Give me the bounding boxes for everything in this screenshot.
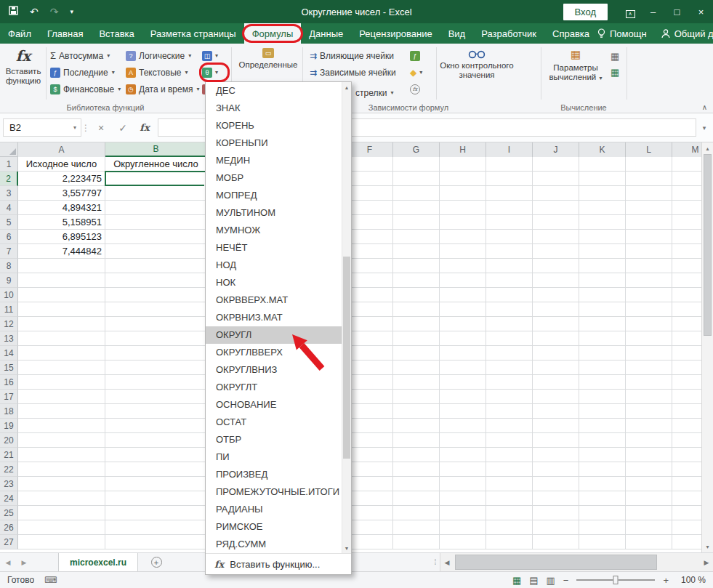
cell-M27[interactable] (672, 535, 701, 549)
cell-J19[interactable] (533, 419, 579, 433)
cell-I15[interactable] (486, 361, 533, 375)
cell-K19[interactable] (579, 419, 626, 433)
cell-K18[interactable] (579, 404, 626, 419)
menu-item-НОД[interactable]: НОД (206, 257, 342, 274)
menu-item-ПРОИЗВЕД[interactable]: ПРОИЗВЕД (206, 466, 342, 483)
cell-B18[interactable] (105, 404, 207, 419)
cell-A14[interactable] (18, 346, 105, 361)
insert-function-fx-button[interactable]: fx (134, 118, 156, 137)
cell-M26[interactable] (672, 520, 701, 535)
cell-I6[interactable] (486, 230, 533, 244)
sheet-tab-active[interactable]: microexcel.ru (58, 553, 138, 571)
cell-A26[interactable] (18, 520, 105, 535)
cell-L4[interactable] (626, 201, 672, 215)
tab-Формулы[interactable]: Формулы (244, 23, 302, 44)
cell-J13[interactable] (533, 331, 579, 346)
cell-F15[interactable] (347, 361, 393, 375)
cell-K16[interactable] (579, 375, 626, 390)
cell-L13[interactable] (626, 331, 672, 346)
cell-L25[interactable] (626, 506, 672, 520)
menu-scroll-thumb[interactable] (343, 257, 350, 459)
cell-K20[interactable] (579, 433, 626, 448)
cell-J26[interactable] (533, 520, 579, 535)
autosum-button[interactable]: Σ Автосумма ▾ (49, 48, 122, 63)
cell-A16[interactable] (18, 375, 105, 390)
cell-F7[interactable] (347, 244, 393, 259)
menu-item-МОПРЕД[interactable]: МОПРЕД (206, 187, 342, 204)
undo-icon[interactable]: ↶ (30, 7, 39, 17)
cell-F13[interactable] (347, 331, 393, 346)
row-header-2[interactable]: 2 (0, 172, 18, 186)
macro-record-icon[interactable]: ⌨ (44, 575, 57, 585)
cell-J9[interactable] (533, 273, 579, 288)
cell-F5[interactable] (347, 215, 393, 230)
cell-F27[interactable] (347, 535, 393, 549)
cell-L18[interactable] (626, 404, 672, 419)
cell-A25[interactable] (18, 506, 105, 520)
cell-M17[interactable] (672, 390, 701, 404)
cell-F18[interactable] (347, 404, 393, 419)
scroll-right-icon[interactable]: ▶ (700, 559, 713, 566)
cell-H12[interactable] (440, 317, 486, 331)
cell-J6[interactable] (533, 230, 579, 244)
cell-M13[interactable] (672, 331, 701, 346)
cell-K23[interactable] (579, 477, 626, 491)
menu-insert-function-item[interactable]: fx Вставить функцию... (206, 553, 351, 574)
trace-dependents-button[interactable]: ⇉ Зависимые ячейки (308, 65, 398, 80)
cell-F19[interactable] (347, 419, 393, 433)
cell-I11[interactable] (486, 302, 533, 317)
row-header-19[interactable]: 19 (0, 419, 18, 433)
cell-I4[interactable] (486, 201, 533, 215)
row-header-14[interactable]: 14 (0, 346, 18, 361)
cell-H13[interactable] (440, 331, 486, 346)
cell-A7[interactable]: 7,444842 (18, 244, 105, 259)
cell-L23[interactable] (626, 477, 672, 491)
cell-K12[interactable] (579, 317, 626, 331)
row-header-25[interactable]: 25 (0, 506, 18, 520)
cell-A21[interactable] (18, 448, 105, 462)
normal-view-icon[interactable]: ▦ (512, 575, 521, 586)
cell-M10[interactable] (672, 288, 701, 302)
menu-item-МУЛЬТИНОМ[interactable]: МУЛЬТИНОМ (206, 204, 342, 222)
cell-B16[interactable] (105, 375, 207, 390)
cell-J7[interactable] (533, 244, 579, 259)
menu-item-ОКРУГЛТ[interactable]: ОКРУГЛТ (206, 379, 342, 396)
cell-F24[interactable] (347, 491, 393, 506)
row-header-11[interactable]: 11 (0, 302, 18, 317)
column-header-H[interactable]: H (440, 142, 486, 157)
cell-J15[interactable] (533, 361, 579, 375)
calculate-now-icon[interactable]: ▦ (611, 51, 619, 62)
cell-M19[interactable] (672, 419, 701, 433)
cell-B14[interactable] (105, 346, 207, 361)
row-header-16[interactable]: 16 (0, 375, 18, 390)
expand-formula-bar-icon[interactable]: ▾ (698, 124, 710, 132)
column-header-A[interactable]: A (18, 142, 105, 157)
row-header-3[interactable]: 3 (0, 186, 18, 201)
cell-J5[interactable] (533, 215, 579, 230)
cell-K27[interactable] (579, 535, 626, 549)
cell-G14[interactable] (393, 346, 440, 361)
cell-F10[interactable] (347, 288, 393, 302)
cell-K26[interactable] (579, 520, 626, 535)
cell-F21[interactable] (347, 448, 393, 462)
cell-K1[interactable] (579, 157, 626, 172)
cell-B27[interactable] (105, 535, 207, 549)
cell-H8[interactable] (440, 259, 486, 273)
menu-item-КОРЕНЬПИ[interactable]: КОРЕНЬПИ (206, 134, 342, 152)
cell-B23[interactable] (105, 477, 207, 491)
cell-K21[interactable] (579, 448, 626, 462)
cell-M3[interactable] (672, 186, 701, 201)
cell-B11[interactable] (105, 302, 207, 317)
tab-Разработчик[interactable]: Разработчик (473, 23, 544, 44)
cell-L15[interactable] (626, 361, 672, 375)
cell-J4[interactable] (533, 201, 579, 215)
cell-A18[interactable] (18, 404, 105, 419)
menu-scrollbar[interactable]: ▲ ▼ (342, 82, 351, 553)
cell-M4[interactable] (672, 201, 701, 215)
cell-L19[interactable] (626, 419, 672, 433)
scroll-left-icon[interactable]: ◀ (440, 559, 454, 566)
menu-item-ПИ[interactable]: ПИ (206, 448, 342, 466)
cell-M6[interactable] (672, 230, 701, 244)
cell-A13[interactable] (18, 331, 105, 346)
cell-G2[interactable] (393, 172, 440, 186)
